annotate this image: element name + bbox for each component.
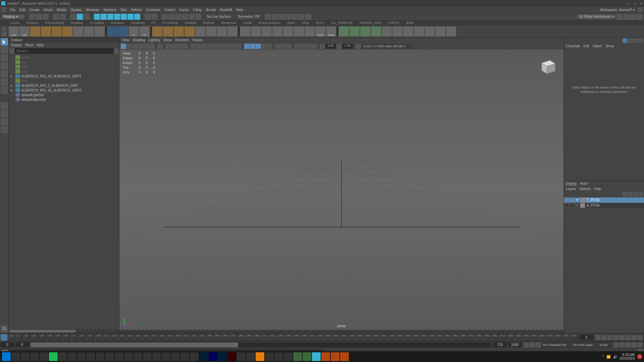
- layers-menu-options[interactable]: Options: [579, 187, 591, 191]
- snap-lock-button[interactable]: [145, 14, 151, 20]
- tray-volume-icon[interactable]: 🔊: [613, 355, 617, 359]
- layers-tab-display[interactable]: Display: [566, 182, 577, 186]
- shelf-btn-30[interactable]: [350, 26, 360, 37]
- layer-vis-toggle[interactable]: [564, 203, 569, 208]
- character-set-dropdown[interactable]: No Character Set: [542, 343, 571, 347]
- menu-create[interactable]: Create: [27, 8, 41, 12]
- tray-chevron-icon[interactable]: ^: [602, 355, 604, 359]
- vp-isolate-2[interactable]: [250, 44, 255, 49]
- vp-btn-4[interactable]: [138, 44, 143, 49]
- shelf-btn-38[interactable]: [435, 26, 445, 37]
- outliner-item-side[interactable]: side: [9, 69, 118, 74]
- shelf-btn-36[interactable]: [414, 26, 424, 37]
- playback-end-field[interactable]: 720: [493, 343, 507, 347]
- vp-light-1[interactable]: [275, 44, 280, 49]
- cb-menu-edit[interactable]: Edit: [583, 44, 589, 48]
- render-btn-6[interactable]: [299, 14, 305, 20]
- shelf-btn-22[interactable]: [262, 26, 272, 37]
- step-forward-button[interactable]: [625, 335, 631, 340]
- move-tool[interactable]: [1, 62, 8, 70]
- shelf-btn-plane[interactable]: [62, 26, 72, 37]
- outliner-menu-show[interactable]: Show: [25, 43, 34, 47]
- shelf-tab-arnold[interactable]: Arnold: [239, 21, 255, 25]
- outliner-hscrollbar[interactable]: [9, 329, 119, 333]
- layers-menu-help[interactable]: Help: [594, 187, 601, 191]
- shelf-btn-12[interactable]: [152, 26, 162, 37]
- vp-isolate-1[interactable]: [244, 44, 250, 49]
- vp-btn-x2[interactable]: [306, 44, 311, 49]
- shelf-btn-34[interactable]: [392, 26, 402, 37]
- menu-constrain[interactable]: Constrain: [144, 8, 162, 12]
- layer-color-swatch[interactable]: [580, 203, 585, 208]
- render-pause-button[interactable]: [305, 14, 311, 20]
- mask-btn-4[interactable]: [114, 14, 120, 20]
- menu-skin[interactable]: Skin: [118, 8, 129, 12]
- outliner-item-front[interactable]: front: [9, 64, 118, 69]
- shelf-btn-paint[interactable]: [95, 26, 105, 37]
- shelf-btn-25[interactable]: [294, 26, 304, 37]
- layer-btn-3[interactable]: [633, 192, 638, 197]
- start-button[interactable]: [2, 352, 11, 361]
- taskbar-ae[interactable]: [199, 352, 208, 361]
- range-track[interactable]: [31, 343, 491, 347]
- sidebar-toggle-4[interactable]: [637, 14, 643, 20]
- menu-select[interactable]: Select: [41, 8, 55, 12]
- rotate-tool[interactable]: [1, 70, 8, 78]
- new-scene-button[interactable]: [29, 14, 35, 20]
- shelf-btn-19[interactable]: [227, 26, 237, 37]
- layer-p-toggle[interactable]: [570, 203, 574, 208]
- range-thumb[interactable]: [31, 343, 238, 347]
- select-tool[interactable]: [1, 38, 8, 46]
- shelf-btn-cube[interactable]: [41, 26, 51, 37]
- timeline-ruler[interactable]: -100102030405060708090100110120130140150…: [8, 334, 579, 341]
- go-to-end-button[interactable]: [637, 335, 643, 340]
- snap-grid-button[interactable]: [162, 14, 168, 20]
- cb-menu-channels[interactable]: Channels: [566, 44, 580, 48]
- taskbar-spotify[interactable]: [49, 352, 58, 361]
- render-btn-5[interactable]: [292, 14, 298, 20]
- vp-shading-light[interactable]: [213, 44, 219, 49]
- shelf-tab-uvediting[interactable]: UV Editing: [87, 21, 108, 25]
- outliner-item-alberich3[interactable]: ▸ALBERICH_RIG_55_ALBERICH_GRP2: [9, 88, 118, 93]
- play-forward-button[interactable]: [619, 335, 625, 340]
- vp-btn-5[interactable]: [144, 44, 149, 49]
- shelf-tab-allpurpose[interactable]: ALL_PURPOSE: [328, 21, 356, 25]
- taskbar-app-14[interactable]: [162, 352, 170, 361]
- viewport-hscrollbar[interactable]: [119, 330, 564, 333]
- shelf-btn-ssa[interactable]: SSA: [9, 26, 19, 37]
- taskbar-app-3[interactable]: [58, 352, 67, 361]
- anim-start-field[interactable]: 0: [1, 343, 14, 347]
- taskbar-me[interactable]: [209, 352, 217, 361]
- range-btn-1[interactable]: [524, 342, 529, 348]
- taskbar-app-2[interactable]: [40, 352, 48, 361]
- render-btn-2[interactable]: [272, 14, 278, 20]
- layout-four[interactable]: [1, 110, 8, 117]
- snap-live-button[interactable]: [195, 14, 201, 20]
- outliner-menu-help[interactable]: Help: [37, 43, 44, 47]
- select-hierarchy-button[interactable]: [70, 14, 76, 20]
- layer-row-tpose[interactable]: R T_POSE: [564, 197, 644, 203]
- maximize-button[interactable]: □: [634, 2, 636, 5]
- range-btn-sync[interactable]: [631, 342, 637, 348]
- snap-view-button[interactable]: [189, 14, 195, 20]
- vp-xray[interactable]: [261, 44, 267, 49]
- mask-btn-3[interactable]: [107, 14, 113, 20]
- taskbar-app-12[interactable]: [143, 352, 152, 361]
- step-forward-key-button[interactable]: [631, 335, 637, 340]
- save-scene-button[interactable]: [43, 14, 49, 20]
- taskbar-explorer[interactable]: [21, 352, 30, 361]
- module-selector[interactable]: Rigging ▾: [1, 14, 25, 19]
- vp-gamma-icon[interactable]: [336, 44, 342, 49]
- vp-btn-6[interactable]: [149, 44, 155, 49]
- shelf-btn-17[interactable]: [206, 26, 216, 37]
- viewport-3d[interactable]: Verts:000 Edges:000 Faces:000 Tris:000 U…: [119, 50, 564, 330]
- minimize-button[interactable]: —: [627, 2, 630, 5]
- vp-menu-show[interactable]: Show: [163, 38, 172, 42]
- menu-deform[interactable]: Deform: [129, 8, 144, 12]
- open-scene-button[interactable]: [36, 14, 42, 20]
- vp-light-3[interactable]: [286, 44, 292, 49]
- shelf-btn-26[interactable]: [305, 26, 315, 37]
- taskbar-app-17[interactable]: [190, 352, 199, 361]
- vp-btn-x3[interactable]: [312, 44, 317, 49]
- vp-grid-toggle[interactable]: [157, 44, 163, 49]
